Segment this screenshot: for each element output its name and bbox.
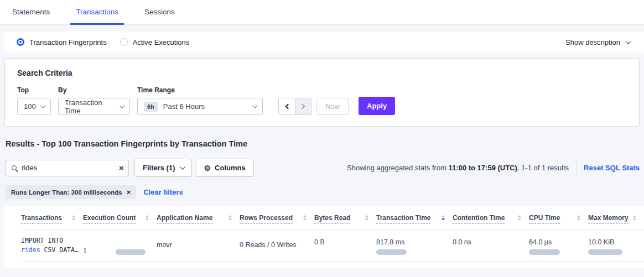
now-button[interactable]: Now — [316, 98, 349, 115]
column-header-transactions[interactable]: Transactions — [21, 214, 83, 224]
time-range-label: Time Range — [137, 86, 263, 94]
radio-active-executions[interactable]: Active Executions — [120, 38, 190, 46]
column-header-rows-processed[interactable]: Rows Processed — [240, 214, 314, 224]
search-input[interactable] — [22, 164, 119, 172]
tab-statements[interactable]: Statements — [7, 0, 55, 25]
page-background-strip — [0, 268, 644, 274]
sort-icon[interactable] — [518, 215, 521, 221]
filters-button-label: Filters (1) — [143, 164, 175, 172]
transaction-statement-link[interactable]: IMPORT INTO rides CSV DATA… — [21, 229, 83, 261]
chevron-left-icon — [285, 104, 290, 109]
filters-button[interactable]: Filters (1) — [134, 159, 192, 177]
radio-unselected-icon — [120, 38, 128, 46]
execution-count-cell: 1 — [83, 229, 157, 261]
chevron-down-icon — [40, 103, 46, 108]
chevron-right-icon — [300, 104, 305, 109]
stats-time-range: 11:00 to 17:59 (UTC) — [449, 164, 517, 172]
statement-table-name: rides — [21, 246, 40, 254]
search-box — [6, 160, 129, 176]
bytes-read-cell: 0 B — [314, 229, 376, 261]
application-name-cell: movr — [157, 229, 240, 261]
tab-sessions[interactable]: Sessions — [139, 0, 180, 25]
cpu-time-bar — [529, 249, 560, 255]
sort-icon[interactable] — [303, 215, 307, 221]
transaction-time-cell: 817.8 ms — [376, 229, 453, 261]
tab-transactions[interactable]: Transactions — [70, 0, 124, 25]
view-toggle-band: Transaction Fingerprints Active Executio… — [4, 32, 644, 53]
apply-button[interactable]: Apply — [359, 97, 395, 115]
rows-processed-cell: 0 Reads / 0 Writes — [240, 229, 314, 261]
cpu-time-cell: 64.0 µs — [529, 229, 588, 261]
column-header-contention-time[interactable]: Contention Time — [453, 214, 529, 224]
top-field: Top 100 — [17, 86, 51, 115]
sort-icon[interactable] — [577, 215, 580, 221]
max-memory-cell: 10.0 KiB — [588, 229, 644, 261]
transaction-time-bar — [376, 249, 407, 255]
column-header-bytes-read[interactable]: Bytes Read — [314, 214, 376, 224]
chevron-down-icon — [252, 103, 258, 108]
by-select[interactable]: Transaction Time — [58, 98, 130, 115]
sort-icon[interactable] — [146, 215, 149, 221]
previous-time-window-button[interactable] — [279, 98, 295, 114]
search-icon — [12, 165, 17, 170]
results-heading: Results - Top 100 Transaction Fingerprin… — [6, 139, 640, 148]
top-select-value: 100 — [24, 102, 36, 111]
aggregated-stats-text: Showing aggregated stats from 11:00 to 1… — [347, 164, 569, 172]
remove-filter-icon[interactable] — [127, 189, 131, 196]
column-header-execution-count[interactable]: Execution Count — [83, 214, 157, 224]
column-header-application-name[interactable]: Application Name — [157, 214, 240, 224]
reset-sql-stats-link[interactable]: Reset SQL Stats — [584, 164, 640, 172]
search-criteria-card: Search Criteria Top 100 By Transaction T… — [4, 58, 640, 127]
clear-search-icon[interactable] — [119, 164, 124, 172]
by-label: By — [58, 86, 130, 94]
table-header-row: Transactions Execution Count Application… — [21, 206, 644, 229]
sort-icon-active-desc[interactable] — [442, 215, 445, 221]
clear-filters-link[interactable]: Clear filters — [143, 188, 183, 196]
by-select-value: Transaction Time — [65, 98, 120, 115]
columns-button-label: Columns — [215, 164, 246, 172]
radio-selected-icon — [17, 38, 24, 46]
vertical-divider — [576, 161, 577, 175]
contention-time-cell: 0.0 ns — [453, 229, 529, 261]
radio-label: Active Executions — [133, 38, 190, 46]
table-row: IMPORT INTO rides CSV DATA… 1 movr 0 Rea… — [21, 229, 644, 262]
radio-transaction-fingerprints[interactable]: Transaction Fingerprints — [17, 38, 107, 46]
chevron-down-icon — [120, 103, 125, 108]
chevron-down-icon — [626, 39, 631, 44]
chevron-down-icon — [179, 164, 185, 170]
column-header-transaction-time[interactable]: Transaction Time — [376, 214, 453, 224]
columns-button[interactable]: Columns — [196, 159, 254, 177]
sort-icon[interactable] — [633, 215, 636, 221]
max-memory-bar — [588, 249, 622, 255]
time-range-badge: 6h — [144, 102, 158, 112]
show-description-label: Show description — [565, 38, 620, 46]
show-description-toggle[interactable]: Show description — [565, 38, 630, 46]
by-field: By Transaction Time — [58, 86, 130, 115]
search-criteria-title: Search Criteria — [17, 69, 627, 77]
time-window-arrows — [278, 98, 311, 115]
radio-label: Transaction Fingerprints — [29, 38, 107, 46]
top-label: Top — [17, 86, 51, 94]
execution-count-bar — [116, 249, 146, 255]
filter-chip-runs-longer-than: Runs Longer Than: 300 milliseconds — [6, 185, 136, 199]
time-range-select[interactable]: 6h Past 6 Hours — [137, 98, 263, 115]
top-select[interactable]: 100 — [17, 98, 51, 115]
sort-icon[interactable] — [228, 215, 232, 221]
gear-icon — [204, 164, 211, 173]
top-tab-bar: Statements Transactions Sessions — [0, 0, 644, 25]
column-header-cpu-time[interactable]: CPU Time — [529, 214, 588, 224]
time-range-value: Past 6 Hours — [163, 102, 205, 111]
column-header-max-memory[interactable]: Max Memory — [588, 214, 644, 224]
sort-icon[interactable] — [72, 215, 75, 221]
time-range-field: Time Range 6h Past 6 Hours — [137, 86, 263, 115]
filter-chip-label: Runs Longer Than: 300 milliseconds — [11, 189, 122, 196]
results-table: Transactions Execution Count Application… — [4, 206, 644, 268]
next-time-window-button[interactable] — [295, 98, 311, 114]
sort-icon[interactable] — [365, 215, 368, 221]
